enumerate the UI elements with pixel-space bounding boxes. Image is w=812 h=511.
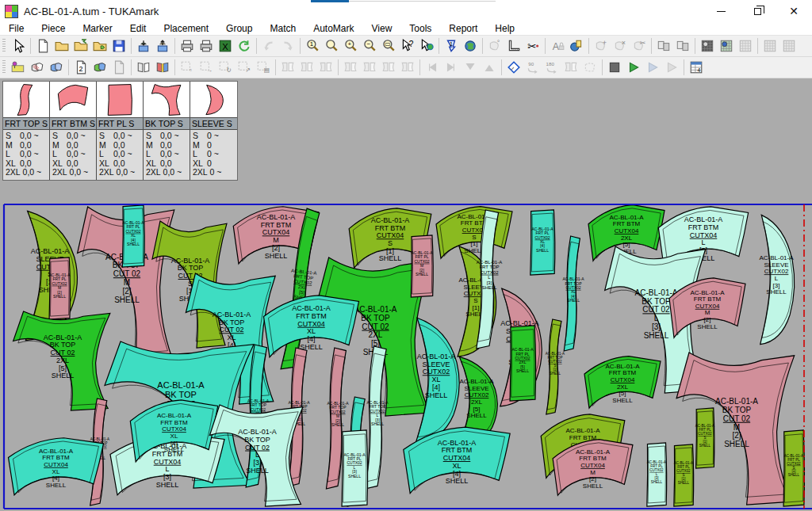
svg-text:+: + [348,40,352,48]
piece-to-box-icon[interactable] [134,36,153,55]
marker-info-icon[interactable]: 1 [442,36,461,55]
fabric-small-icon[interactable] [654,36,673,55]
sheet-2-icon[interactable]: 2 [71,58,90,77]
marker-piece-frt-btm-xl[interactable]: AC-BL-01-AFRT BTMCUTX04XL[4]SHELL [9,438,104,495]
marker-piece-frt-btm-s[interactable]: AC-BL-01-AFRT BTMCUTX04S[1]SHELL [436,207,512,259]
pieces-overlap-icon[interactable] [28,58,47,77]
menu-report[interactable]: Report [440,22,486,35]
marker-piece-frt-pl-l[interactable]: AC-BL-01-AFRT PLCUTX02L[3]SHELL [342,430,368,506]
toolbar-grip[interactable] [2,39,6,53]
palette-thumbnail[interactable] [190,82,237,118]
select-cursor-icon[interactable] [9,36,28,55]
zoom-out-icon[interactable]: − [360,36,379,55]
marker-piece-frt-top-xl[interactable]: AC-BL-01-AFRT TOPCUTX02XL[4]SHELL [563,236,585,351]
minimize-button[interactable] [703,0,739,22]
rotate-free-icon[interactable] [504,58,523,77]
refresh-icon[interactable] [235,36,254,55]
menu-help[interactable]: Help [486,22,523,35]
marker-piece-frt-pl-s[interactable]: AC-BL-01-AFRT PLCUTX02S[1]SHELL [695,408,714,468]
menu-piece[interactable]: Piece [33,22,74,35]
marker-piece-sleeve-l[interactable]: AC-BL-01-ASLEEVECUTX02L[3]SHELL [759,215,794,344]
zoom-selection-icon[interactable]: ▭ [379,36,398,55]
palette-cell-frt-pl-s[interactable]: FRT PL SS 0,0 ~M 0,0L 0,0 ~XL 0,02XL 0,0… [97,82,144,180]
marker-canvas[interactable]: AC-BL-01-ASLEEVECUTX02S[1]SHELLAC-BL-01-… [0,200,812,511]
marker-piece-frt-pl-m[interactable]: AC-BL-01-AFRT PLCUTX02M[2]SHELL [411,235,433,297]
export-excel-icon[interactable]: X [216,36,235,55]
fabric-small-2-icon[interactable] [673,36,692,55]
split-piece-icon[interactable]: ✂ [523,36,542,55]
menu-view[interactable]: View [363,22,401,35]
web-help-icon[interactable] [417,36,436,55]
stop-square-icon[interactable] [605,58,624,77]
zoom-full-icon[interactable]: 1 [303,36,322,55]
menu-placement[interactable]: Placement [155,22,217,35]
palette-cell-frt-btm-s[interactable]: FRT BTM SS 0,0 ~M 0,0L 0,0 ~XL 0,02XL 0,… [50,82,97,180]
fabric-dim2-icon [779,36,799,55]
context-help-icon[interactable]: ? [398,36,417,55]
zoom-window-icon[interactable] [322,36,341,55]
menu-match[interactable]: Match [261,22,304,35]
marker-pin-icon[interactable] [9,58,28,77]
globe-page-icon[interactable] [567,36,586,55]
menu-automark[interactable]: AutoMark [304,22,362,35]
close-button[interactable]: ✕ [776,0,812,22]
marker-piece-frt-pl-xl[interactable]: AC-BL-01-AFRT PLCUTX02XL[4]SHELL [122,205,144,267]
restore-button[interactable] [739,0,776,22]
palette-cell-bk-top-s[interactable]: BK TOP SS 0,0 ~M 0,0L 0,0 ~XL 0,02XL 0,0… [144,82,190,180]
palette-thumbnail[interactable] [3,82,49,118]
toolbar-separator [174,38,175,54]
open-marker-icon[interactable] [52,36,71,55]
menu-marker[interactable]: Marker [74,22,121,35]
open-piece-icon[interactable] [90,36,109,55]
menu-tools[interactable]: Tools [400,22,440,35]
menu-edit[interactable]: Edit [121,22,155,35]
open-recent-icon[interactable] [71,36,90,55]
fabric-dark-icon[interactable] [698,36,717,55]
print-preview-icon[interactable] [197,36,216,55]
run-automark-icon[interactable] [624,58,643,77]
svg-text:1: 1 [310,40,313,48]
piece-from-box-icon[interactable] [153,36,172,55]
marker-piece-frt-top-s[interactable]: AC-BL-01-AFRT TOPCUTX02S[1]SHELL [546,319,565,414]
palette-size-row: 2XL 0 ~ [193,168,237,177]
print-icon[interactable] [178,36,197,55]
pieces-pair-icon[interactable] [90,58,109,77]
ruler-icon[interactable] [504,36,523,55]
marker-piece-frt-pl-s[interactable]: AC-BL-01-AFRT PLCUTX02S[1]SHELL [783,430,804,506]
fabric-info-icon[interactable] [717,36,736,55]
zoom-in-icon[interactable]: + [341,36,360,55]
palette-thumbnail[interactable] [144,82,190,118]
rotate-180-icon: 180 [542,58,561,77]
menu-group[interactable]: Group [217,22,261,35]
marker-globe-icon[interactable] [461,36,480,55]
report-table-icon[interactable]: 4 [687,58,706,77]
marker-piece-frt-btm-2xl[interactable]: AC-BL-01-AFRT BTMCUTX042XL[5]SHELL [584,357,661,409]
palette-cell-frt-top-s[interactable]: FRT TOP SS 0,0 ~M 0,0L 0,0 ~XL 0,02XL 0,… [3,82,50,180]
svg-text:▭: ▭ [385,40,390,48]
toolbar-grip[interactable] [2,60,6,74]
svg-text:°: ° [497,39,500,47]
marker-piece-bk-top-2xl[interactable]: AC-BL-01-ABK TOPCUT 022XL[5]SHELL [13,311,110,410]
palette-cell-sleeve-s[interactable]: SLEEVE SS 0 ~M 0L 0 ~XL 02XL 0 ~ [190,82,237,180]
marker-piece-bk-top-m[interactable]: AC-BL-01-ABK TOPCUT 02M[2]SHELL [676,353,795,505]
marker-piece-frt-pl-xl[interactable]: AC-BL-01-AFRT PLCUTX02XL[4]SHELL [530,210,555,275]
save-marker-icon[interactable] [109,36,128,55]
color-columns-icon[interactable] [153,58,172,77]
svg-text:✂: ✂ [640,39,646,47]
palette-thumbnail[interactable] [50,82,96,118]
book-columns-icon[interactable] [134,58,153,77]
marker-piece-frt-pl-m[interactable]: AC-BL-01-AFRT PLCUTX02M[2]SHELL [49,257,71,319]
pieces-stack-icon[interactable] [47,58,66,77]
flip-dd-icon [341,58,360,77]
palette-thumbnail[interactable] [97,82,143,118]
marker-piece-frt-btm-xl[interactable]: AC-BL-01-AFRT BTMCUTX04XL[4]SHELL [264,296,359,357]
marker-piece-frt-pl-2xl[interactable]: AC-BL-01-AFRT PLCUTX022XL[5]SHELL [510,326,536,401]
marquee-b-icon: → [197,58,216,77]
svg-text:+: + [603,39,607,47]
palette-size-row: 2XL 0,0 ~ [146,168,190,177]
new-marker-icon[interactable] [33,36,52,55]
marker-piece-sleeve-xl[interactable]: AC-BL-01-ASLEEVECUTX02XL[4]SHELL [416,318,459,443]
marker-piece-frt-pl-s[interactable]: AC-BL-01-AFRT PLCUTX02S[1]SHELL [674,444,694,506]
menu-file[interactable]: File [0,22,33,35]
marker-piece-frt-pl-l[interactable]: AC-BL-01-AFRT PLCUTX02L[3]SHELL [647,443,667,506]
